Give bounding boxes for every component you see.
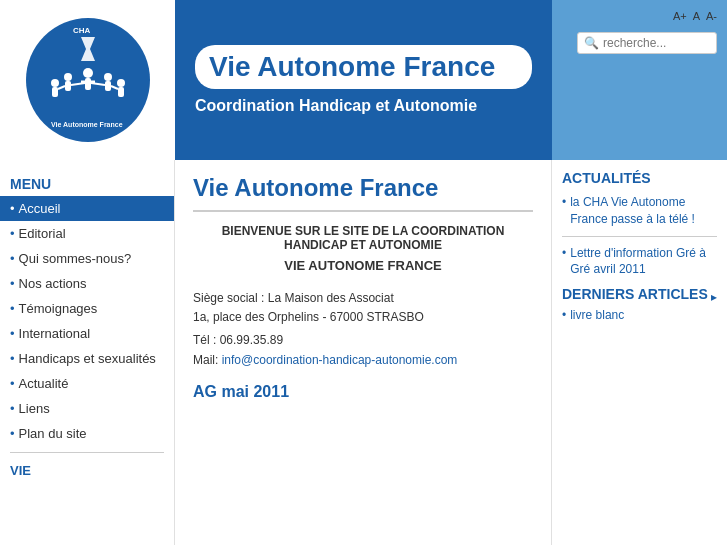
- svg-point-6: [64, 73, 72, 81]
- welcome-text: BIENVENUE SUR LE SITE DE LA COORDINATION…: [193, 224, 533, 252]
- address-line1: Siège social : La Maison des Associat: [193, 291, 394, 305]
- menu-bullet-8: •: [10, 401, 15, 416]
- arrow-icon: ▸: [711, 290, 717, 304]
- svg-rect-11: [105, 81, 111, 91]
- address-line2: 1a, place des Orphelins - 67000 STRASBO: [193, 310, 424, 324]
- site-name-text: VIE AUTONOME FRANCE: [193, 258, 533, 273]
- logo-area: CHA: [0, 0, 175, 160]
- news-link-1[interactable]: la CHA Vie Autonome France passe à la té…: [570, 194, 717, 228]
- font-controls: A+ A A-: [673, 10, 717, 22]
- menu-label-2: Qui sommes-nous?: [19, 251, 132, 266]
- mail-label: Mail:: [193, 353, 222, 367]
- menu-bullet-6: •: [10, 351, 15, 366]
- sidebar-item-0[interactable]: •Accueil: [0, 196, 174, 221]
- menu-bullet-1: •: [10, 226, 15, 241]
- sidebar-item-9[interactable]: •Plan du site: [0, 421, 174, 446]
- sidebar-item-7[interactable]: •Actualité: [0, 371, 174, 396]
- site-title: Vie Autonome France: [195, 45, 532, 89]
- right-panel: ACTUALITÉS • la CHA Vie Autonome France …: [552, 160, 727, 545]
- sidebar-item-6[interactable]: •Handicaps et sexualités: [0, 346, 174, 371]
- site-subtitle: Coordination Handicap et Autonomie: [195, 97, 532, 115]
- menu-label-5: International: [19, 326, 91, 341]
- header: CHA: [0, 0, 727, 160]
- search-bar-area: A+ A A- 🔍: [552, 0, 727, 160]
- menu-bullet-4: •: [10, 301, 15, 316]
- articles-title-row: DERNIERS ARTICLES ▸: [562, 286, 717, 308]
- articles-title: DERNIERS ARTICLES: [562, 286, 708, 302]
- svg-point-12: [117, 79, 125, 87]
- menu-bullet-7: •: [10, 376, 15, 391]
- search-container: 🔍: [577, 32, 717, 54]
- svg-point-8: [51, 79, 59, 87]
- menu-label-1: Editorial: [19, 226, 66, 241]
- svg-rect-13: [118, 87, 124, 97]
- sidebar-item-4[interactable]: •Témoignages: [0, 296, 174, 321]
- address-block: Siège social : La Maison des Associat 1a…: [193, 289, 533, 327]
- content-area: Vie Autonome France BIENVENUE SUR LE SIT…: [175, 160, 552, 545]
- menu-bullet-0: •: [10, 201, 15, 216]
- articles-section: DERNIERS ARTICLES ▸ • livre blanc: [562, 286, 717, 322]
- article-bullet-1: •: [562, 308, 566, 322]
- svg-text:CHA: CHA: [73, 26, 91, 35]
- menu-label-0: Accueil: [19, 201, 61, 216]
- svg-rect-9: [52, 87, 58, 97]
- heading-divider: [193, 210, 533, 212]
- menu-label-9: Plan du site: [19, 426, 87, 441]
- mail-link[interactable]: info@coordination-handicap-autonomie.com: [222, 353, 458, 367]
- sidebar-item-3[interactable]: •Nos actions: [0, 271, 174, 296]
- main-layout: MENU •Accueil•Editorial•Qui sommes-nous?…: [0, 160, 727, 545]
- menu-label-8: Liens: [19, 401, 50, 416]
- sidebar-item-5[interactable]: •International: [0, 321, 174, 346]
- font-increase[interactable]: A+: [673, 10, 687, 22]
- actualites-title: ACTUALITÉS: [562, 170, 717, 186]
- sidebar-item-2[interactable]: •Qui sommes-nous?: [0, 246, 174, 271]
- sidebar: MENU •Accueil•Editorial•Qui sommes-nous?…: [0, 160, 175, 545]
- actualites-divider: [562, 236, 717, 237]
- menu-label-6: Handicaps et sexualités: [19, 351, 156, 366]
- menu-bullet-2: •: [10, 251, 15, 266]
- phone-block: Tél : 06.99.35.89: [193, 333, 533, 347]
- title-area: Vie Autonome France Coordination Handica…: [175, 0, 552, 160]
- menu-bullet-5: •: [10, 326, 15, 341]
- svg-rect-7: [65, 81, 71, 91]
- menu-title: MENU: [0, 170, 174, 196]
- menu-bullet-3: •: [10, 276, 15, 291]
- svg-text:Vie Autonome France: Vie Autonome France: [51, 121, 123, 128]
- menu-label-7: Actualité: [19, 376, 69, 391]
- search-icon: 🔍: [584, 36, 599, 50]
- sidebar-item-1[interactable]: •Editorial: [0, 221, 174, 246]
- font-decrease[interactable]: A-: [706, 10, 717, 22]
- news-link-2[interactable]: Lettre d'information Gré à Gré avril 201…: [570, 245, 717, 279]
- sidebar-item-8[interactable]: •Liens: [0, 396, 174, 421]
- svg-point-3: [83, 68, 93, 78]
- mail-block: Mail: info@coordination-handicap-autonom…: [193, 353, 533, 367]
- menu-items: •Accueil•Editorial•Qui sommes-nous?•Nos …: [0, 196, 174, 446]
- news-item-1: • la CHA Vie Autonome France passe à la …: [562, 194, 717, 228]
- news-item-2: • Lettre d'information Gré à Gré avril 2…: [562, 245, 717, 279]
- news-bullet-1: •: [562, 195, 566, 209]
- svg-rect-4: [85, 78, 91, 90]
- menu-label-4: Témoignages: [19, 301, 98, 316]
- page-heading: Vie Autonome France: [193, 174, 533, 202]
- sidebar-divider: [10, 452, 164, 453]
- logo: CHA: [23, 15, 153, 145]
- vie-section-title: VIE: [0, 459, 174, 482]
- article-link-1[interactable]: livre blanc: [570, 308, 624, 322]
- menu-label-3: Nos actions: [19, 276, 87, 291]
- news-bullet-2: •: [562, 246, 566, 260]
- article-item-1: • livre blanc: [562, 308, 717, 322]
- search-input[interactable]: [603, 36, 710, 50]
- svg-point-10: [104, 73, 112, 81]
- ag-heading: AG mai 2011: [193, 383, 533, 401]
- menu-bullet-9: •: [10, 426, 15, 441]
- font-normal[interactable]: A: [693, 10, 700, 22]
